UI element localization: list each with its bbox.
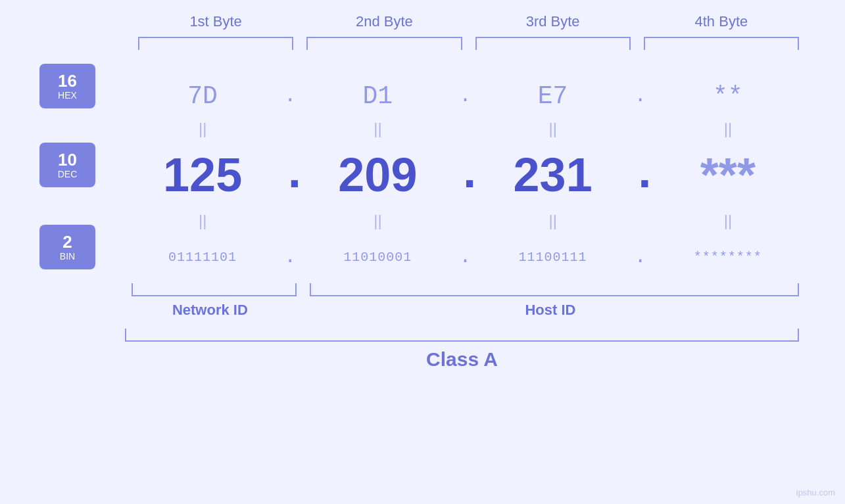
dec-base-num: 10 xyxy=(46,150,89,170)
watermark: ipshu.com xyxy=(796,488,835,497)
bin-dot-1: . xyxy=(280,246,300,268)
bin-dot-2: . xyxy=(456,246,475,268)
labels-column: 16 HEX 10 DEC 2 BIN xyxy=(39,70,125,280)
bottom-section: Network ID Host ID xyxy=(39,283,806,319)
host-id-label: Host ID xyxy=(295,302,806,319)
hex-base-num: 16 xyxy=(46,72,89,91)
dec-val-3: 231 xyxy=(514,149,592,201)
byte-headers: 1st Byte 2nd Byte 3rd Byte 4th Byte xyxy=(39,13,806,30)
bin-dot-3: . xyxy=(631,246,650,268)
bin-byte4: ******** xyxy=(650,250,806,265)
bin-base-num: 2 xyxy=(46,233,89,252)
dec-row: 125 . 209 . 231 . *** xyxy=(125,142,806,208)
dec-dot-2: . xyxy=(456,148,475,202)
byte3-header: 3rd Byte xyxy=(469,13,637,30)
hex-byte1: 7D xyxy=(125,82,280,110)
bottom-brackets xyxy=(125,283,806,296)
bin-byte3: 11100111 xyxy=(475,250,631,265)
dec-byte2: 209 xyxy=(300,148,455,202)
dec-byte3: 231 xyxy=(475,148,631,202)
hex-val-4: ** xyxy=(713,82,743,110)
dec-val-4: *** xyxy=(700,149,756,201)
bracket-network xyxy=(132,283,297,296)
hex-byte3: E7 xyxy=(475,82,631,110)
byte4-header: 4th Byte xyxy=(637,13,806,30)
bin-val-4: ******** xyxy=(694,250,762,265)
hex-val-2: D1 xyxy=(363,82,393,110)
dec-dot-1: . xyxy=(280,148,300,202)
dec-val-1: 125 xyxy=(163,149,242,201)
hex-badge: 16 HEX xyxy=(39,64,95,109)
bracket-top-1 xyxy=(138,37,293,50)
network-id-label: Network ID xyxy=(125,302,295,319)
bottom-labels: Network ID Host ID xyxy=(125,302,806,319)
hex-val-1: 7D xyxy=(187,82,218,110)
dec-badge: 10 DEC xyxy=(39,143,95,188)
hex-val-3: E7 xyxy=(538,82,568,110)
hex-dot-1: . xyxy=(280,85,300,107)
bin-byte2: 11010001 xyxy=(300,250,455,265)
byte1-header: 1st Byte xyxy=(132,13,300,30)
main-grid: 16 HEX 10 DEC 2 BIN 7D . xyxy=(39,70,806,280)
equals-row-1: || || || || xyxy=(125,116,806,142)
bin-val-3: 11100111 xyxy=(519,250,587,265)
data-rows: 7D . D1 . E7 . ** || || xyxy=(125,70,806,280)
class-row: Class A xyxy=(39,329,806,371)
hex-byte4: ** xyxy=(650,82,806,110)
hex-dot-2: . xyxy=(456,85,475,107)
dec-base-name: DEC xyxy=(46,169,89,179)
bracket-top-3 xyxy=(475,37,631,50)
hex-base-name: HEX xyxy=(46,90,89,101)
byte2-header: 2nd Byte xyxy=(300,13,468,30)
class-bracket xyxy=(125,329,799,342)
bin-base-name: BIN xyxy=(46,251,89,262)
hex-dot-3: . xyxy=(631,85,650,107)
bracket-host xyxy=(310,283,799,296)
bracket-top-2 xyxy=(306,37,462,50)
bin-byte1: 01111101 xyxy=(125,250,280,265)
dec-val-2: 209 xyxy=(338,149,417,201)
class-label: Class A xyxy=(125,348,799,371)
bin-val-1: 01111101 xyxy=(168,250,237,265)
bracket-top-4 xyxy=(644,37,799,50)
hex-byte2: D1 xyxy=(300,82,455,110)
equals-row-2: || || || || xyxy=(125,208,806,234)
dec-dot-3: . xyxy=(631,148,650,202)
bin-badge: 2 BIN xyxy=(39,225,95,270)
dec-byte4: *** xyxy=(650,148,806,202)
bin-row: 01111101 . 11010001 . 11100111 . *******… xyxy=(125,234,806,280)
bin-val-2: 11010001 xyxy=(343,250,412,265)
dec-byte1: 125 xyxy=(125,148,280,202)
top-brackets xyxy=(39,37,806,50)
hex-row: 7D . D1 . E7 . ** xyxy=(125,76,806,116)
